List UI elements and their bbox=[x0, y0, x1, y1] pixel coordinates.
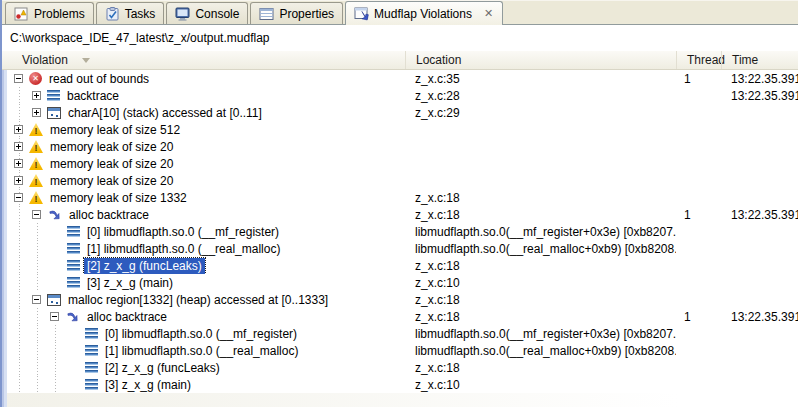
table-header: Violation Location Thread Time bbox=[2, 51, 798, 70]
collapse-expander[interactable] bbox=[14, 74, 23, 83]
tab-console[interactable]: Console bbox=[166, 2, 248, 24]
violation-label[interactable]: [3] z_x_g (main) bbox=[84, 275, 176, 291]
thread-cell bbox=[676, 342, 721, 359]
violation-label[interactable]: memory leak of size 20 bbox=[47, 156, 176, 172]
location-cell: libmudflapth.so.0(__real_malloc+0xb9) [0… bbox=[405, 240, 676, 257]
thread-cell: 1 bbox=[676, 206, 721, 223]
violation-label[interactable]: [1] libmudflapth.so.0 (__real_malloc) bbox=[84, 241, 283, 257]
violation-label[interactable]: backtrace bbox=[64, 88, 122, 104]
time-cell bbox=[721, 121, 798, 138]
alloc-backtrace-icon bbox=[65, 310, 80, 323]
column-label: Thread bbox=[687, 53, 725, 67]
tree-row[interactable]: backtrace z_x.c:28 13:22.35.391 bbox=[2, 87, 798, 104]
thread-cell bbox=[676, 325, 721, 342]
tab-problems[interactable]: Problems bbox=[5, 2, 94, 24]
location-cell bbox=[405, 138, 676, 155]
warning-icon bbox=[29, 191, 43, 204]
close-icon[interactable]: ✕ bbox=[483, 7, 494, 20]
tree-row[interactable]: read out of bounds z_x.c:35 1 13:22.35.3… bbox=[2, 70, 798, 87]
violation-label[interactable]: [0] libmudflapth.so.0 (__mf_register) bbox=[84, 224, 282, 240]
thread-cell bbox=[676, 172, 721, 189]
expand-expander[interactable] bbox=[14, 176, 23, 185]
time-cell bbox=[721, 138, 798, 155]
time-cell bbox=[721, 342, 798, 359]
violation-label[interactable]: read out of bounds bbox=[46, 71, 152, 87]
location-cell: z_x.c:18 bbox=[405, 291, 676, 308]
tab-tasks[interactable]: Tasks bbox=[96, 2, 165, 24]
time-cell bbox=[721, 240, 798, 257]
time-cell bbox=[721, 359, 798, 376]
collapse-expander[interactable] bbox=[14, 193, 23, 202]
expand-expander[interactable] bbox=[14, 142, 23, 151]
tree-row-selected[interactable]: [2] z_x_g (funcLeaks) z_x.c:18 bbox=[2, 257, 798, 274]
mudflap-view-icon bbox=[354, 7, 369, 21]
tree-row[interactable]: memory leak of size 512 bbox=[2, 121, 798, 138]
violation-label[interactable]: charA[10] (stack) accessed at [0..11] bbox=[65, 105, 265, 121]
tree-row[interactable]: [3] z_x_g (main) z_x.c:10 bbox=[2, 376, 798, 393]
column-label: Location bbox=[416, 53, 461, 67]
violation-label[interactable]: [0] libmudflapth.so.0 (__mf_register) bbox=[102, 326, 300, 342]
tree-row[interactable]: malloc region[1332] (heap) accessed at [… bbox=[2, 291, 798, 308]
tree-row[interactable]: charA[10] (stack) accessed at [0..11] z_… bbox=[2, 104, 798, 121]
tree-row[interactable]: [0] libmudflapth.so.0 (__mf_register) li… bbox=[2, 223, 798, 240]
tab-mudflap-violations[interactable]: Mudflap Violations ✕ bbox=[345, 1, 503, 25]
tree-row[interactable]: memory leak of size 20 bbox=[2, 155, 798, 172]
location-cell: z_x.c:18 bbox=[405, 189, 676, 206]
violation-label[interactable]: memory leak of size 20 bbox=[47, 173, 176, 189]
column-header-thread[interactable]: Thread bbox=[676, 51, 721, 69]
memory-region-icon bbox=[47, 107, 61, 119]
violation-label[interactable]: [2] z_x_g (funcLeaks) bbox=[84, 258, 205, 274]
thread-cell bbox=[676, 359, 721, 376]
tree-row[interactable]: memory leak of size 20 bbox=[2, 138, 798, 155]
violation-label[interactable]: alloc backtrace bbox=[66, 207, 152, 223]
tree-row[interactable]: [2] z_x_g (funcLeaks) z_x.c:18 bbox=[2, 359, 798, 376]
collapse-expander[interactable] bbox=[32, 210, 41, 219]
time-cell bbox=[721, 223, 798, 240]
tree-row[interactable]: memory leak of size 1332 z_x.c:18 bbox=[2, 189, 798, 206]
thread-cell bbox=[676, 138, 721, 155]
violation-label[interactable]: [3] z_x_g (main) bbox=[102, 377, 194, 393]
stack-frame-icon bbox=[67, 260, 80, 272]
warning-icon bbox=[29, 123, 43, 136]
column-header-location[interactable]: Location bbox=[405, 51, 676, 69]
violation-label[interactable]: [1] libmudflapth.so.0 (__real_malloc) bbox=[102, 343, 301, 359]
thread-cell bbox=[676, 376, 721, 393]
collapse-expander[interactable] bbox=[50, 312, 59, 321]
tree-row[interactable]: [1] libmudflapth.so.0 (__real_malloc) li… bbox=[2, 240, 798, 257]
violation-label[interactable]: alloc backtrace bbox=[84, 309, 170, 325]
time-cell bbox=[721, 325, 798, 342]
thread-cell bbox=[676, 87, 721, 104]
violation-label[interactable]: memory leak of size 512 bbox=[47, 122, 183, 138]
expand-expander[interactable] bbox=[32, 108, 41, 117]
tree-row[interactable]: [0] libmudflapth.so.0 (__mf_register) li… bbox=[2, 325, 798, 342]
expand-expander[interactable] bbox=[32, 91, 41, 100]
tab-label: Mudflap Violations bbox=[374, 7, 472, 21]
violation-label[interactable]: malloc region[1332] (heap) accessed at [… bbox=[65, 292, 331, 308]
column-header-time[interactable]: Time bbox=[721, 51, 798, 69]
tab-properties[interactable]: Properties bbox=[250, 2, 343, 24]
violation-label[interactable]: [2] z_x_g (funcLeaks) bbox=[102, 360, 223, 376]
column-header-violation[interactable]: Violation bbox=[2, 51, 405, 69]
location-cell: libmudflapth.so.0(__mf_register+0x3e) [0… bbox=[405, 223, 676, 240]
console-icon bbox=[175, 7, 190, 21]
expand-expander[interactable] bbox=[14, 159, 23, 168]
expand-expander[interactable] bbox=[14, 125, 23, 134]
location-cell bbox=[405, 121, 676, 138]
tree-row[interactable]: memory leak of size 20 bbox=[2, 172, 798, 189]
tree-row[interactable]: alloc backtrace z_x.c:18 1 13:22.35.391 bbox=[2, 206, 798, 223]
column-label: Time bbox=[732, 53, 758, 67]
violation-label[interactable]: memory leak of size 1332 bbox=[47, 190, 190, 206]
tree-row[interactable]: [1] libmudflapth.so.0 (__real_malloc) li… bbox=[2, 342, 798, 359]
tab-label: Problems bbox=[34, 7, 85, 21]
violation-label[interactable]: memory leak of size 20 bbox=[47, 139, 176, 155]
thread-cell bbox=[676, 104, 721, 121]
bottom-filler bbox=[2, 393, 798, 407]
thread-cell bbox=[676, 155, 721, 172]
tree-row[interactable]: [3] z_x_g (main) z_x.c:10 bbox=[2, 274, 798, 291]
thread-cell bbox=[676, 223, 721, 240]
thread-cell bbox=[676, 121, 721, 138]
location-cell: z_x.c:29 bbox=[405, 104, 676, 121]
collapse-expander[interactable] bbox=[32, 295, 41, 304]
tree-row[interactable]: alloc backtrace z_x.c:18 1 13:22.35.391 bbox=[2, 308, 798, 325]
view-tab-bar: Problems Tasks Console Properties Mudfla… bbox=[2, 0, 798, 25]
